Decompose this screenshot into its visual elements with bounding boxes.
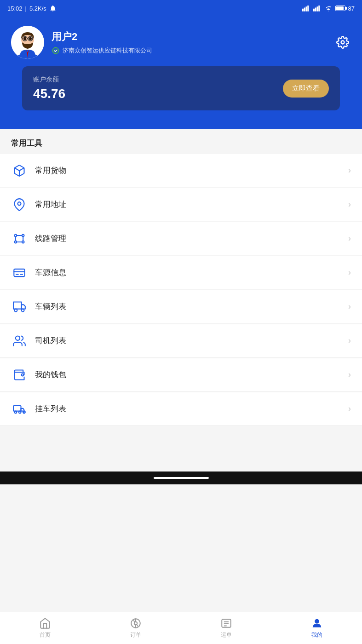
profile-row: 用户2 济南众创智运供应链科技有限公司 bbox=[11, 26, 351, 59]
vehicle-source-arrow: › bbox=[348, 268, 351, 277]
svg-point-11 bbox=[29, 37, 32, 40]
view-balance-button[interactable]: 立即查看 bbox=[283, 80, 329, 98]
route-arrow: › bbox=[348, 234, 351, 243]
nav-home[interactable]: 首页 bbox=[0, 612, 91, 644]
svg-line-16 bbox=[33, 38, 34, 38]
svg-point-30 bbox=[22, 309, 24, 311]
card-icon bbox=[11, 264, 28, 281]
signal-icon bbox=[302, 5, 310, 12]
trailer-arrow: › bbox=[348, 404, 351, 414]
vehicle-source-label: 车源信息 bbox=[35, 267, 348, 278]
alarm-icon bbox=[49, 5, 57, 12]
profile-left: 用户2 济南众创智运供应链科技有限公司 bbox=[11, 26, 152, 59]
svg-rect-6 bbox=[316, 6, 318, 12]
balance-info: 账户余额 45.76 bbox=[33, 75, 65, 101]
menu-item-trailer[interactable]: 挂车列表 › bbox=[0, 392, 362, 426]
svg-rect-25 bbox=[14, 269, 24, 276]
svg-line-15 bbox=[21, 38, 23, 38]
profile-name: 用户2 bbox=[52, 30, 152, 44]
svg-point-18 bbox=[341, 41, 345, 44]
status-left: 15:02 | 5.2K/s bbox=[7, 5, 57, 12]
svg-point-29 bbox=[15, 309, 17, 311]
profile-company: 济南众创智运供应链科技有限公司 bbox=[52, 46, 152, 55]
menu-item-vehicle-list[interactable]: 车辆列表 › bbox=[0, 290, 362, 323]
menu-item-vehicle-source[interactable]: 车源信息 › bbox=[0, 256, 362, 289]
svg-point-17 bbox=[52, 47, 59, 54]
wallet-label: 我的钱包 bbox=[35, 369, 348, 380]
menu-item-goods[interactable]: 常用货物 › bbox=[0, 154, 362, 187]
driver-icon bbox=[11, 333, 28, 349]
svg-point-45 bbox=[315, 619, 319, 623]
menu-item-route[interactable]: 线路管理 › bbox=[0, 222, 362, 255]
bottom-indicator bbox=[0, 472, 362, 484]
vehicle-list-arrow: › bbox=[348, 302, 351, 311]
tools-title: 常用工具 bbox=[0, 138, 362, 154]
trailer-label: 挂车列表 bbox=[35, 403, 348, 414]
nav-waybill[interactable]: 运单 bbox=[181, 612, 272, 644]
svg-rect-4 bbox=[313, 9, 315, 12]
profile-info: 用户2 济南众创智运供应链科技有限公司 bbox=[52, 30, 152, 55]
vehicle-list-label: 车辆列表 bbox=[35, 301, 348, 312]
settings-button[interactable] bbox=[334, 34, 351, 51]
svg-rect-1 bbox=[304, 8, 305, 12]
driver-list-label: 司机列表 bbox=[35, 335, 348, 346]
menu-item-wallet[interactable]: 我的钱包 › bbox=[0, 358, 362, 391]
trailer-icon bbox=[11, 401, 28, 417]
tools-section: 常用工具 常用货物 › bbox=[0, 129, 362, 426]
nav-orders[interactable]: 订单 bbox=[91, 612, 181, 644]
wallet-arrow: › bbox=[348, 370, 351, 380]
driver-list-arrow: › bbox=[348, 336, 351, 345]
package-icon bbox=[11, 162, 28, 179]
nav-home-label: 首页 bbox=[40, 631, 51, 639]
svg-rect-33 bbox=[13, 406, 21, 411]
status-network: | bbox=[25, 5, 27, 12]
svg-rect-2 bbox=[305, 6, 307, 12]
nav-mine[interactable]: 我的 bbox=[271, 612, 362, 644]
svg-point-20 bbox=[18, 202, 21, 205]
status-bar: 15:02 | 5.2K/s bbox=[0, 0, 362, 17]
svg-point-32 bbox=[22, 374, 24, 376]
goods-label: 常用货物 bbox=[35, 165, 348, 176]
svg-point-34 bbox=[15, 411, 17, 413]
header: 用户2 济南众创智运供应链科技有限公司 bbox=[0, 17, 362, 129]
svg-rect-7 bbox=[318, 6, 320, 12]
battery-level: 87 bbox=[348, 5, 355, 12]
svg-rect-0 bbox=[302, 9, 304, 12]
company-name: 济南众创智运供应链科技有限公司 bbox=[63, 46, 152, 55]
svg-point-10 bbox=[23, 37, 26, 40]
balance-label: 账户余额 bbox=[33, 75, 65, 84]
truck-icon bbox=[11, 299, 28, 315]
verified-icon bbox=[52, 46, 60, 55]
status-speed: 5.2K/s bbox=[29, 5, 46, 12]
wifi-icon bbox=[324, 5, 333, 12]
route-icon bbox=[11, 230, 28, 247]
home-indicator bbox=[154, 477, 209, 479]
menu-item-address[interactable]: 常用地址 › bbox=[0, 188, 362, 221]
signal-icon-2 bbox=[313, 5, 322, 12]
status-time: 15:02 bbox=[7, 5, 23, 12]
svg-rect-3 bbox=[307, 6, 309, 12]
battery-icon bbox=[335, 6, 345, 11]
route-label: 线路管理 bbox=[35, 233, 348, 244]
goods-arrow: › bbox=[348, 166, 351, 175]
wallet-icon bbox=[11, 367, 28, 383]
bottom-nav: 首页 订单 运单 我的 bbox=[0, 612, 362, 644]
nav-waybill-label: 运单 bbox=[221, 631, 232, 639]
balance-card: 账户余额 45.76 立即查看 bbox=[22, 66, 340, 110]
nav-orders-label: 订单 bbox=[130, 631, 141, 639]
nav-mine-label: 我的 bbox=[311, 631, 322, 639]
svg-rect-5 bbox=[315, 8, 316, 12]
address-arrow: › bbox=[348, 200, 351, 209]
status-right: 87 bbox=[302, 5, 355, 12]
avatar bbox=[11, 26, 44, 59]
location-icon bbox=[11, 196, 28, 213]
menu-list: 常用货物 › 常用地址 › bbox=[0, 154, 362, 426]
svg-point-31 bbox=[16, 336, 20, 340]
address-label: 常用地址 bbox=[35, 199, 348, 210]
menu-item-driver-list[interactable]: 司机列表 › bbox=[0, 324, 362, 357]
balance-amount: 45.76 bbox=[33, 86, 65, 101]
